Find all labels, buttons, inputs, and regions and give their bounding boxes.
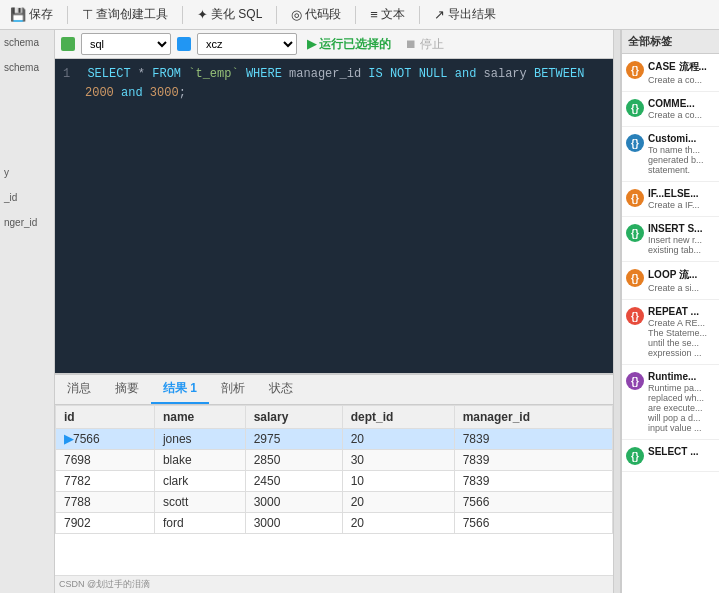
cell-managerid: 7839 [454, 450, 612, 471]
cell-id: ▶7566 [56, 429, 155, 450]
save-button[interactable]: 💾 保存 [6, 4, 57, 25]
run-label: 运行已选择的 [319, 36, 391, 53]
right-panel-item[interactable]: {} INSERT S... Insert new r... existing … [622, 217, 719, 262]
sql-icon [61, 37, 75, 51]
col-header-deptid: dept_id [342, 406, 454, 429]
row-arrow: ▶ [64, 432, 73, 446]
right-panel-item[interactable]: {} Runtime... Runtime pa... replaced wh.… [622, 365, 719, 440]
results-table-wrap: id name salary dept_id manager_id ▶7566 … [55, 405, 613, 575]
right-panel-item[interactable]: {} REPEAT ... Create A RE... The Stateme… [622, 300, 719, 365]
db-select[interactable]: xcz [197, 33, 297, 55]
right-panel-item[interactable]: {} IF...ELSE... Create a IF... [622, 182, 719, 217]
rp-item-title: Customi... [648, 133, 713, 144]
save-label: 保存 [29, 6, 53, 23]
main-area: schema schema y _id nger_id sql xcz ▶ 运行… [0, 30, 719, 593]
rp-item-text: INSERT S... Insert new r... existing tab… [648, 223, 713, 255]
cell-id: 7782 [56, 471, 155, 492]
table-row[interactable]: 7902 ford 3000 20 7566 [56, 513, 613, 534]
tab-summary[interactable]: 摘要 [103, 375, 151, 404]
table-row[interactable]: 7698 blake 2850 30 7839 [56, 450, 613, 471]
table-row[interactable]: ▶7566 jones 2975 20 7839 [56, 429, 613, 450]
beautify-icon: ✦ [197, 7, 208, 22]
cell-salary: 3000 [245, 513, 342, 534]
cell-name: clark [154, 471, 245, 492]
cell-managerid: 7839 [454, 429, 612, 450]
run-button[interactable]: ▶ 运行已选择的 [303, 34, 395, 55]
cell-deptid: 20 [342, 492, 454, 513]
cell-deptid: 20 [342, 429, 454, 450]
cell-name: ford [154, 513, 245, 534]
tab-status[interactable]: 状态 [257, 375, 305, 404]
scroll-divider [613, 30, 621, 593]
export-label: 导出结果 [448, 6, 496, 23]
rp-item-desc: Create A RE... The Stateme... until the … [648, 318, 713, 358]
rp-item-icon: {} [626, 372, 644, 390]
right-panel-item[interactable]: {} CASE 流程... Create a co... [622, 54, 719, 92]
rp-item-desc: Create a co... [648, 75, 707, 85]
sep2 [182, 6, 183, 24]
rp-item-title: LOOP 流... [648, 268, 699, 282]
rp-item-text: SELECT ... [648, 446, 699, 458]
code-editor[interactable]: 1 SELECT * FROM `t_emp` WHERE manager_id… [55, 59, 613, 373]
code-line-1: 1 SELECT * FROM `t_emp` WHERE manager_id… [63, 65, 605, 84]
tab-messages[interactable]: 消息 [55, 375, 103, 404]
rp-item-desc: Insert new r... existing tab... [648, 235, 713, 255]
cell-name: scott [154, 492, 245, 513]
cell-id: 7902 [56, 513, 155, 534]
code-icon: ◎ [291, 7, 302, 22]
code-block-label: 代码段 [305, 6, 341, 23]
cell-managerid: 7566 [454, 513, 612, 534]
sidebar-label-y: y [0, 160, 54, 185]
stop-button[interactable]: ⏹ 停止 [401, 34, 448, 55]
beautify-button[interactable]: ✦ 美化 SQL [193, 4, 266, 25]
rp-item-icon: {} [626, 134, 644, 152]
rp-item-desc: Create a co... [648, 110, 702, 120]
col-header-managerid: manager_id [454, 406, 612, 429]
code-block-button[interactable]: ◎ 代码段 [287, 4, 345, 25]
query-tool-label: 查询创建工具 [96, 6, 168, 23]
text-label: 文本 [381, 6, 405, 23]
cell-deptid: 20 [342, 513, 454, 534]
query-tool-button[interactable]: ⊤ 查询创建工具 [78, 4, 172, 25]
right-panel-item[interactable]: {} Customi... To name th... generated b.… [622, 127, 719, 182]
cell-salary: 3000 [245, 492, 342, 513]
rp-item-text: LOOP 流... Create a si... [648, 268, 699, 293]
table-row[interactable]: 7782 clark 2450 10 7839 [56, 471, 613, 492]
sep5 [419, 6, 420, 24]
stop-label: 停止 [420, 36, 444, 53]
rp-item-text: CASE 流程... Create a co... [648, 60, 707, 85]
cell-name: blake [154, 450, 245, 471]
rp-item-text: COMME... Create a co... [648, 98, 702, 120]
cell-deptid: 10 [342, 471, 454, 492]
export-icon: ↗ [434, 7, 445, 22]
tab-profiling[interactable]: 剖析 [209, 375, 257, 404]
rp-item-title: IF...ELSE... [648, 188, 700, 199]
rp-item-icon: {} [626, 61, 644, 79]
sep3 [276, 6, 277, 24]
rp-item-title: REPEAT ... [648, 306, 713, 317]
results-table: id name salary dept_id manager_id ▶7566 … [55, 405, 613, 534]
rp-item-icon: {} [626, 99, 644, 117]
text-button[interactable]: ≡ 文本 [366, 4, 409, 25]
tab-results1[interactable]: 结果 1 [151, 375, 209, 404]
right-panel-item[interactable]: {} SELECT ... [622, 440, 719, 472]
right-panel-item[interactable]: {} COMME... Create a co... [622, 92, 719, 127]
rp-item-icon: {} [626, 307, 644, 325]
col-header-name: name [154, 406, 245, 429]
beautify-label: 美化 SQL [211, 6, 262, 23]
code-line-2: 2000 and 3000; [63, 84, 605, 103]
cell-id: 7788 [56, 492, 155, 513]
results-area: 消息 摘要 结果 1 剖析 状态 id name salary dept_id … [55, 373, 613, 593]
query-icon: ⊤ [82, 7, 93, 22]
left-sidebar: schema schema y _id nger_id [0, 30, 55, 593]
main-toolbar: 💾 保存 ⊤ 查询创建工具 ✦ 美化 SQL ◎ 代码段 ≡ 文本 ↗ 导出结果 [0, 0, 719, 30]
table-row[interactable]: 7788 scott 3000 20 7566 [56, 492, 613, 513]
rp-item-title: SELECT ... [648, 446, 699, 457]
export-button[interactable]: ↗ 导出结果 [430, 4, 500, 25]
right-panel-item[interactable]: {} LOOP 流... Create a si... [622, 262, 719, 300]
line-number-1: 1 [63, 67, 70, 81]
right-panel: 全部标签 {} CASE 流程... Create a co... {} COM… [621, 30, 719, 593]
rp-item-text: IF...ELSE... Create a IF... [648, 188, 700, 210]
sql-select[interactable]: sql [81, 33, 171, 55]
table-body: ▶7566 jones 2975 20 7839 7698 blake 2850… [56, 429, 613, 534]
